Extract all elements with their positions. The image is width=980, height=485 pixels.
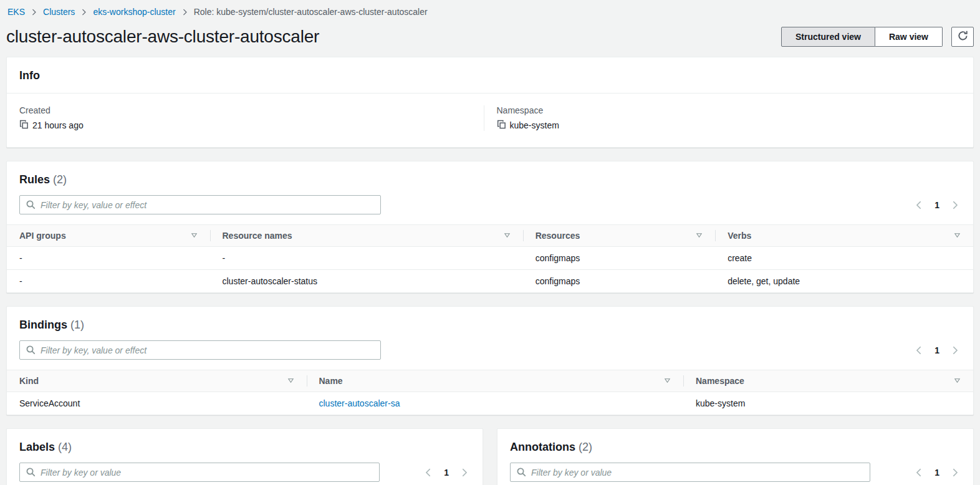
raw-view-button[interactable]: Raw view xyxy=(875,27,943,47)
search-icon xyxy=(26,199,36,212)
table-row: ServiceAccount cluster-autoscaler-sa kub… xyxy=(7,392,973,415)
chevron-right-icon xyxy=(80,9,87,16)
cell-namespace: kube-system xyxy=(683,392,973,415)
rules-filter-row: 1 xyxy=(7,195,973,224)
copy-icon[interactable] xyxy=(19,120,29,131)
labels-search-box xyxy=(19,463,380,482)
chevron-right-icon xyxy=(181,9,188,16)
table-row: - - configmaps create xyxy=(7,247,973,270)
page-number-button[interactable]: 1 xyxy=(933,199,941,211)
bindings-search-box xyxy=(19,340,381,360)
chevron-right-icon xyxy=(31,9,37,16)
cell-api-groups: - xyxy=(7,247,210,270)
rules-count: (2) xyxy=(53,173,67,186)
annotations-panel: Annotations(2) 1 Key Value xyxy=(497,428,974,485)
view-toggle-group: Structured view Raw view xyxy=(781,27,943,47)
labels-annotations-row: Labels(4) 1 Key Value xyxy=(6,428,974,485)
page-number-button[interactable]: 1 xyxy=(933,466,941,479)
next-page-button[interactable] xyxy=(949,345,961,356)
refresh-icon xyxy=(958,31,968,43)
bindings-panel: Bindings(1) 1 Kind Name Namespace xyxy=(6,306,974,415)
breadcrumb-current: Role: kube-system/cluster-autoscaler-aws… xyxy=(194,7,428,17)
previous-page-button[interactable] xyxy=(423,467,434,478)
rules-panel: Rules(2) 1 API groups Resource names Res… xyxy=(6,161,974,293)
info-panel: Info Created 21 hours ago Namespace kube… xyxy=(6,57,974,148)
column-header-kind[interactable]: Kind xyxy=(7,370,307,392)
column-header-namespace[interactable]: Namespace xyxy=(683,370,973,392)
created-label: Created xyxy=(19,105,484,115)
structured-view-button[interactable]: Structured view xyxy=(781,27,875,47)
annotations-title: Annotations xyxy=(510,441,575,453)
rules-pagination: 1 xyxy=(913,199,961,211)
annotations-search-box xyxy=(510,463,870,482)
page-title: cluster-autoscaler-aws-cluster-autoscale… xyxy=(6,27,319,47)
refresh-button[interactable] xyxy=(951,27,974,47)
page-number-button[interactable]: 1 xyxy=(443,466,450,479)
sort-icon xyxy=(287,376,294,386)
annotations-filter-row: 1 xyxy=(497,463,973,485)
bindings-title: Bindings xyxy=(19,319,67,331)
cell-verbs: create xyxy=(715,247,973,270)
service-account-link[interactable]: cluster-autoscaler-sa xyxy=(319,398,400,408)
created-value: 21 hours ago xyxy=(32,120,84,130)
next-page-button[interactable] xyxy=(459,467,470,478)
info-field-created: Created 21 hours ago xyxy=(19,105,484,131)
breadcrumb-link-clusters[interactable]: Clusters xyxy=(43,7,75,17)
breadcrumb-link-eks[interactable]: EKS xyxy=(7,7,25,17)
page-number-button[interactable]: 1 xyxy=(933,344,941,357)
sort-icon xyxy=(664,376,671,386)
breadcrumb-link-cluster-name[interactable]: eks-workshop-cluster xyxy=(93,7,175,17)
labels-count: (4) xyxy=(58,441,72,453)
labels-panel-header: Labels(4) xyxy=(7,429,483,463)
next-page-button[interactable] xyxy=(949,467,961,478)
cell-resources: configmaps xyxy=(523,247,715,270)
previous-page-button[interactable] xyxy=(913,467,925,478)
next-page-button[interactable] xyxy=(949,199,961,211)
cell-verbs: delete, get, update xyxy=(715,270,973,293)
column-header-name[interactable]: Name xyxy=(307,370,684,392)
column-header-api-groups[interactable]: API groups xyxy=(7,225,210,247)
page-root: EKS Clusters eks-workshop-cluster Role: … xyxy=(0,0,980,485)
bindings-table: Kind Name Namespace ServiceAccount clust… xyxy=(7,370,973,415)
annotations-panel-header: Annotations(2) xyxy=(497,429,973,463)
page-header: cluster-autoscaler-aws-cluster-autoscale… xyxy=(6,27,974,47)
sort-icon xyxy=(504,231,511,241)
search-icon xyxy=(516,467,526,479)
labels-pagination: 1 xyxy=(423,466,470,479)
sort-icon xyxy=(696,231,703,241)
header-actions: Structured view Raw view xyxy=(781,27,974,47)
sort-icon xyxy=(954,376,961,386)
info-field-namespace: Namespace kube-system xyxy=(484,105,961,131)
rules-filter-input[interactable] xyxy=(19,195,381,214)
bindings-pagination: 1 xyxy=(913,344,961,357)
annotations-pagination: 1 xyxy=(913,466,961,479)
info-title: Info xyxy=(19,69,40,82)
labels-title: Labels xyxy=(19,441,55,453)
annotations-count: (2) xyxy=(579,441,592,453)
labels-filter-input[interactable] xyxy=(19,463,380,482)
search-icon xyxy=(26,467,36,479)
bindings-panel-header: Bindings(1) xyxy=(7,307,973,340)
cell-kind: ServiceAccount xyxy=(7,392,307,415)
cell-resource-names: - xyxy=(210,247,523,270)
rules-table: API groups Resource names Resources Verb… xyxy=(7,224,973,292)
info-body: Created 21 hours ago Namespace kube-syst… xyxy=(7,94,973,147)
column-header-resources[interactable]: Resources xyxy=(523,225,715,247)
cell-resources: configmaps xyxy=(523,270,715,293)
bindings-filter-row: 1 xyxy=(7,340,973,370)
cell-api-groups: - xyxy=(7,270,210,293)
labels-panel: Labels(4) 1 Key Value xyxy=(6,428,483,485)
sort-icon xyxy=(954,231,961,241)
previous-page-button[interactable] xyxy=(913,199,925,211)
sort-icon xyxy=(191,231,198,241)
column-header-verbs[interactable]: Verbs xyxy=(715,225,973,247)
column-header-resource-names[interactable]: Resource names xyxy=(210,225,523,247)
bindings-filter-input[interactable] xyxy=(19,340,381,360)
bindings-count: (1) xyxy=(70,319,84,331)
previous-page-button[interactable] xyxy=(913,345,925,356)
annotations-filter-input[interactable] xyxy=(510,463,870,482)
copy-icon[interactable] xyxy=(497,120,506,131)
namespace-label: Namespace xyxy=(497,105,961,115)
labels-filter-row: 1 xyxy=(7,463,483,485)
table-row: - cluster-autoscaler-status configmaps d… xyxy=(7,270,973,293)
